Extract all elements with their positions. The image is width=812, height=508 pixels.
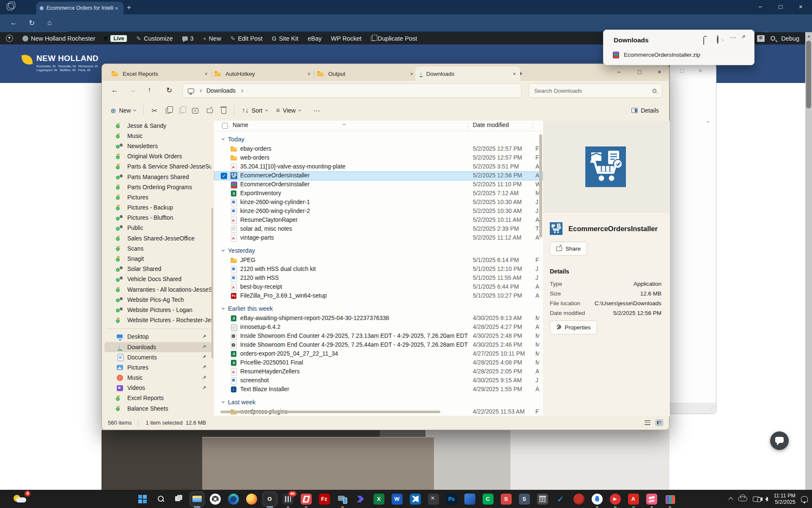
file-row[interactable]: orders-export-2025_04_27_22_11_344/27/20… bbox=[214, 350, 543, 359]
file-row[interactable]: ResumeHaydenZellers4/28/2025 2:05 PMA bbox=[214, 367, 543, 376]
group-header-today[interactable]: Today bbox=[214, 134, 543, 145]
file-row[interactable]: 35.204.11[10]-valve-assy-mounting-plate5… bbox=[214, 163, 543, 171]
sidebar-item-jesse-sandy[interactable]: Jesse & Sandy bbox=[104, 121, 211, 131]
user-icon[interactable] bbox=[757, 35, 765, 42]
taskbar-icon-outlook[interactable]: O bbox=[264, 494, 275, 505]
taskbar-icon-media-play[interactable]: ▶ bbox=[610, 494, 621, 505]
cut-button[interactable]: ✂ bbox=[147, 104, 161, 118]
file-row[interactable]: kinze-2600-wing-cylinder-25/2/2025 10:30… bbox=[214, 207, 543, 216]
devices-icon[interactable] bbox=[753, 497, 760, 502]
column-name[interactable]: Name bbox=[233, 122, 248, 128]
row-checkbox-checked[interactable]: ✓ bbox=[221, 173, 227, 179]
column-date-modified[interactable]: Date modified bbox=[473, 122, 509, 128]
sidebar-item-pictures-bluffton[interactable]: Pictures - Bluffton bbox=[104, 213, 211, 223]
taskbar-icon-edge[interactable] bbox=[228, 494, 239, 505]
taskbar-icon-start[interactable] bbox=[137, 494, 148, 505]
file-row[interactable]: solar ad, misc notes5/2/2025 2:39 PMT bbox=[214, 225, 543, 234]
sidebar-item-music[interactable]: Music bbox=[104, 373, 211, 383]
page-scrollbar[interactable]: ▲ bbox=[805, 32, 812, 490]
sidebar-item-parts-ordering-programs[interactable]: Parts Ordering Programs bbox=[104, 182, 211, 192]
share-button-toolbar[interactable] bbox=[203, 105, 217, 116]
refresh-icon[interactable]: ↻ bbox=[29, 19, 35, 28]
sidebar-item-parts-service-shared-jessesurfacela[interactable]: Parts & Service Shared-JesseSurfaceLa bbox=[104, 162, 211, 172]
admin-bar-item[interactable]: +New bbox=[203, 35, 221, 42]
sidebar-item-pictures[interactable]: Pictures bbox=[104, 192, 211, 202]
taskbar-icon-chatgpt[interactable] bbox=[210, 494, 221, 505]
view-button[interactable]: ≡ View bbox=[272, 104, 305, 117]
admin-bar-item[interactable]: ✎Edit Post bbox=[230, 35, 263, 42]
tab-close-icon[interactable]: × bbox=[513, 71, 516, 77]
notification-bell-icon[interactable] bbox=[801, 496, 808, 502]
sidebar-item-desktop[interactable]: Desktop bbox=[104, 332, 211, 342]
file-row[interactable]: ExportInventory5/2/2025 7:12 AMM bbox=[214, 189, 543, 198]
breadcrumb[interactable]: Downloads bbox=[182, 83, 521, 98]
file-row[interactable]: EcommerceOrdersInstaller5/2/2025 11:10 P… bbox=[214, 180, 543, 189]
debug-label[interactable]: Debug bbox=[781, 35, 799, 42]
workspaces-icon[interactable] bbox=[7, 3, 14, 10]
taskbar-icon-filezilla[interactable]: Fz bbox=[319, 494, 330, 505]
admin-bar-item[interactable]: ✎Customize bbox=[136, 35, 173, 42]
file-row[interactable]: 2120 with HSS dual clutch kit5/1/2025 12… bbox=[214, 265, 543, 274]
sidebar-item-website-pictures-rochester-jessesur[interactable]: Website Pictures - Rochester-JesseSur bbox=[104, 315, 211, 326]
explorer-close-button[interactable]: × bbox=[658, 69, 661, 75]
taskbar-icon-word[interactable]: W bbox=[392, 494, 403, 505]
page-scrollbar-thumb[interactable] bbox=[806, 41, 811, 108]
sidebar-item-sales-shared-jesseoffice[interactable]: Sales Shared-JesseOffice bbox=[104, 233, 211, 243]
sidebar-item-warranties-all-locations-jessesurface[interactable]: Warranties - All locations-JesseSurface bbox=[104, 284, 211, 295]
sidebar-item-public[interactable]: Public bbox=[104, 223, 211, 233]
breadcrumb-chevron-icon[interactable] bbox=[199, 89, 202, 92]
new-button[interactable]: ⊕ New bbox=[106, 104, 140, 118]
admin-bar-item[interactable]: GSite Kit bbox=[272, 35, 299, 42]
sidebar-item-downloads[interactable]: Downloads bbox=[104, 342, 211, 352]
explorer-tab-output[interactable]: Output× bbox=[313, 66, 417, 81]
back-icon[interactable]: ← bbox=[10, 19, 17, 27]
more-options-button[interactable]: ⋯ bbox=[309, 104, 324, 118]
browser-minimize-button[interactable]: − bbox=[758, 3, 762, 10]
sidebar-item-solar-shared[interactable]: Solar Shared bbox=[104, 264, 211, 274]
file-row[interactable]: kinze-2600-wing-cylinder-15/2/2025 10:30… bbox=[214, 198, 543, 207]
sidebar-item-newsletters[interactable]: Newsletters bbox=[104, 141, 211, 151]
taskbar-icon-red-dragon[interactable] bbox=[573, 494, 584, 505]
details-pane-toggle[interactable]: Details bbox=[631, 107, 665, 114]
taskbar-icon-excel[interactable]: X bbox=[373, 494, 384, 505]
sort-button[interactable]: ↑↓ Sort bbox=[238, 104, 272, 117]
select-all-checkbox[interactable] bbox=[222, 123, 228, 129]
file-row[interactable]: Inside Showroom End Counter 4-29-2025, 7… bbox=[214, 332, 543, 341]
group-chevron-icon[interactable] bbox=[222, 137, 225, 140]
taskbar-icon-task-view[interactable] bbox=[173, 494, 184, 505]
background-window-close-icon[interactable]: × bbox=[699, 67, 702, 74]
explorer-up-icon[interactable]: ↑ bbox=[148, 86, 151, 94]
taskbar-icon-search[interactable] bbox=[155, 494, 166, 505]
admin-bar-item[interactable]: eBay bbox=[307, 35, 321, 42]
download-item[interactable]: EcommerceOrdersInstaller.zip bbox=[612, 51, 700, 58]
taskbar-icon-vscode[interactable] bbox=[410, 494, 421, 505]
file-row[interactable]: eBay-awaiting-shipment-report-2025-04-30… bbox=[214, 314, 543, 323]
share-button[interactable]: Share bbox=[550, 242, 587, 256]
background-window-chevron-icon[interactable] bbox=[707, 116, 709, 124]
copy-button[interactable] bbox=[162, 105, 175, 116]
new-tab-button[interactable]: + bbox=[127, 3, 131, 12]
file-row[interactable]: ResumeClaytonRaper5/2/2025 10:11 AMA bbox=[214, 216, 543, 225]
file-row[interactable]: Inside Showroom End Counter 4-29-2025, 7… bbox=[214, 341, 543, 350]
taskbar-icon-acrobat[interactable]: A bbox=[628, 494, 639, 505]
browser-close-button[interactable]: × bbox=[799, 3, 803, 10]
explorer-refresh-icon[interactable]: ↻ bbox=[166, 86, 172, 95]
rename-button[interactable]: A bbox=[188, 105, 203, 116]
file-row[interactable]: Text Blaze Installer4/29/2025 1:55 PMA bbox=[214, 385, 543, 394]
sidebar-item-excel-reports[interactable]: Excel Reports bbox=[104, 393, 211, 403]
chat-widget-button[interactable] bbox=[770, 431, 789, 450]
taskbar-icon-power-automate[interactable] bbox=[355, 494, 366, 505]
taskbar-icon-photoshop[interactable]: Ps bbox=[446, 494, 457, 505]
sidebar-item-vehicle-docs-shared[interactable]: Vehicle Docs Shared bbox=[104, 274, 211, 284]
sidebar-item-videos[interactable]: Videos bbox=[104, 383, 211, 393]
sidebar-item-documents[interactable]: Documents bbox=[104, 352, 211, 362]
explorer-back-icon[interactable]: ← bbox=[111, 86, 118, 94]
tray-expand-icon[interactable] bbox=[729, 497, 733, 502]
explorer-forward-icon[interactable]: → bbox=[129, 86, 136, 94]
taskbar-icon-winrar[interactable] bbox=[664, 494, 675, 505]
file-row[interactable]: Pricefile-20250501 Final4/28/2025 4:08 P… bbox=[214, 359, 543, 367]
tab-close-icon[interactable]: × bbox=[204, 71, 208, 77]
taskbar-icon-snipping[interactable] bbox=[428, 494, 439, 505]
sidebar-item-balance-sheets[interactable]: Balance Sheets bbox=[104, 403, 211, 414]
group-header-yesterday[interactable]: Yesterday bbox=[214, 245, 543, 256]
